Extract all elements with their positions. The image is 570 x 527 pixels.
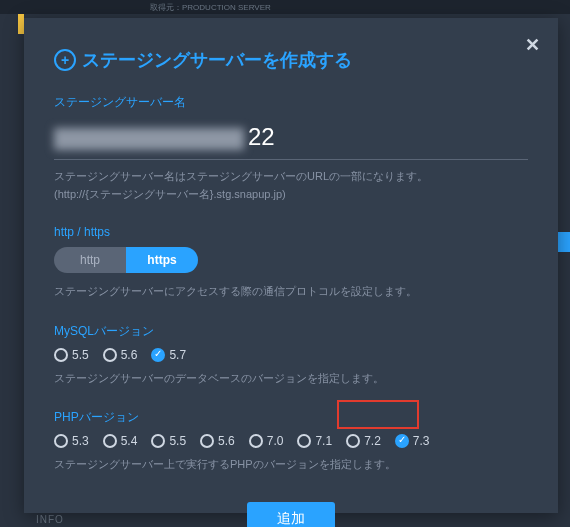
- radio-label: 5.5: [169, 434, 186, 448]
- radio-icon: [151, 348, 165, 362]
- radio-label: 5.5: [72, 348, 89, 362]
- name-suffix: 22: [248, 123, 275, 150]
- radio-label: 7.1: [315, 434, 332, 448]
- protocol-https[interactable]: https: [126, 247, 198, 273]
- php-option-5-6[interactable]: 5.6: [200, 434, 235, 448]
- radio-label: 7.2: [364, 434, 381, 448]
- php-option-5-4[interactable]: 5.4: [103, 434, 138, 448]
- staging-name-input[interactable]: 22: [54, 119, 528, 160]
- create-staging-modal: ✕ + ステージングサーバーを作成する ステージングサーバー名 22 ステージン…: [24, 18, 558, 513]
- radio-label: 7.3: [413, 434, 430, 448]
- name-help-1: ステージングサーバー名はステージングサーバーのURLの一部になります。: [54, 168, 528, 186]
- close-icon[interactable]: ✕: [525, 34, 540, 56]
- protocol-label: http / https: [54, 225, 528, 239]
- php-options: 5.35.45.55.67.07.17.27.3: [54, 434, 528, 448]
- protocol-toggle[interactable]: http https: [54, 247, 198, 273]
- radio-label: 5.7: [169, 348, 186, 362]
- mysql-option-5-5[interactable]: 5.5: [54, 348, 89, 362]
- php-option-7-2[interactable]: 7.2: [346, 434, 381, 448]
- protocol-help: ステージングサーバーにアクセスする際の通信プロトコルを設定します。: [54, 283, 528, 301]
- radio-label: 7.0: [267, 434, 284, 448]
- mysql-option-5-7[interactable]: 5.7: [151, 348, 186, 362]
- radio-icon: [54, 348, 68, 362]
- radio-icon: [297, 434, 311, 448]
- mysql-options: 5.55.65.7: [54, 348, 528, 362]
- side-badge: [558, 232, 570, 252]
- mysql-label: MySQLバージョン: [54, 323, 528, 340]
- radio-label: 5.6: [121, 348, 138, 362]
- modal-title: + ステージングサーバーを作成する: [54, 48, 528, 72]
- php-option-7-0[interactable]: 7.0: [249, 434, 284, 448]
- radio-icon: [346, 434, 360, 448]
- name-help-2: (http://{ステージングサーバー名}.stg.snapup.jp): [54, 186, 528, 204]
- radio-label: 5.6: [218, 434, 235, 448]
- mysql-help: ステージングサーバーのデータベースのバージョンを指定します。: [54, 370, 528, 388]
- name-label: ステージングサーバー名: [54, 94, 528, 111]
- radio-label: 5.4: [121, 434, 138, 448]
- modal-title-text: ステージングサーバーを作成する: [82, 48, 352, 72]
- radio-icon: [249, 434, 263, 448]
- mysql-option-5-6[interactable]: 5.6: [103, 348, 138, 362]
- radio-icon: [54, 434, 68, 448]
- submit-button[interactable]: 追加: [247, 502, 335, 527]
- radio-icon: [151, 434, 165, 448]
- php-option-7-1[interactable]: 7.1: [297, 434, 332, 448]
- php-label: PHPバージョン: [54, 409, 528, 426]
- redacted-name: [54, 128, 244, 150]
- top-strip: 取得元：PRODUCTION SERVER: [0, 0, 570, 14]
- php-help: ステージングサーバー上で実行するPHPのバージョンを指定します。: [54, 456, 528, 474]
- radio-label: 5.3: [72, 434, 89, 448]
- php-option-5-5[interactable]: 5.5: [151, 434, 186, 448]
- php-option-5-3[interactable]: 5.3: [54, 434, 89, 448]
- radio-icon: [395, 434, 409, 448]
- radio-icon: [103, 434, 117, 448]
- radio-icon: [103, 348, 117, 362]
- radio-icon: [200, 434, 214, 448]
- protocol-http[interactable]: http: [54, 247, 126, 273]
- php-option-7-3[interactable]: 7.3: [395, 434, 430, 448]
- plus-circle-icon: +: [54, 49, 76, 71]
